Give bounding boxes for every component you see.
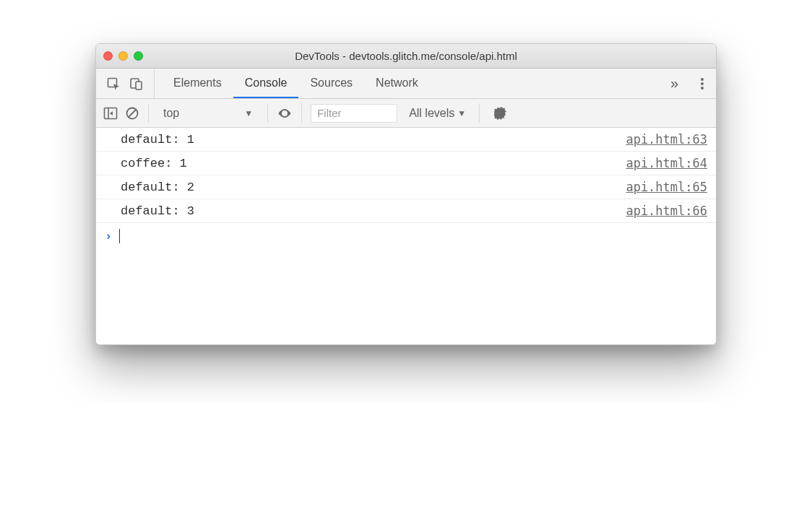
log-levels-selector[interactable]: All levels ▼ bbox=[405, 107, 470, 120]
traffic-lights bbox=[103, 51, 143, 61]
tab-network[interactable]: Network bbox=[364, 69, 430, 98]
close-icon[interactable] bbox=[103, 51, 113, 61]
console-message: default: 1 bbox=[121, 133, 626, 147]
window-title: DevTools - devtools.glitch.me/console/ap… bbox=[96, 50, 716, 62]
tab-label: Sources bbox=[310, 77, 353, 90]
inspect-element-icon[interactable] bbox=[106, 77, 121, 91]
levels-label: All levels bbox=[409, 107, 454, 120]
console-source-link[interactable]: api.html:63 bbox=[626, 132, 707, 147]
panel-tabs: Elements Console Sources Network » bbox=[96, 69, 716, 99]
svg-point-8 bbox=[283, 112, 286, 115]
text-caret bbox=[119, 229, 120, 243]
console-row: default: 2 api.html:65 bbox=[96, 175, 716, 199]
dropdown-icon: ▼ bbox=[457, 108, 466, 118]
svg-rect-2 bbox=[136, 82, 142, 90]
console-prompt[interactable]: › bbox=[96, 223, 716, 249]
console-row: default: 1 api.html:63 bbox=[96, 128, 716, 152]
svg-point-3 bbox=[701, 78, 704, 81]
settings-menu-button[interactable] bbox=[688, 69, 716, 98]
panel-left-icons bbox=[96, 69, 155, 98]
tab-label: Elements bbox=[173, 77, 222, 90]
tab-elements[interactable]: Elements bbox=[162, 69, 233, 98]
toolbar-separator bbox=[479, 103, 480, 123]
prompt-chevron-icon: › bbox=[105, 230, 112, 243]
console-message: default: 3 bbox=[121, 204, 626, 218]
tab-sources[interactable]: Sources bbox=[298, 69, 364, 98]
tab-label: Network bbox=[376, 77, 418, 90]
tab-strip: Elements Console Sources Network bbox=[155, 69, 660, 98]
console-source-link[interactable]: api.html:66 bbox=[626, 204, 707, 218]
console-row: default: 3 api.html:66 bbox=[96, 199, 716, 223]
dropdown-icon: ▼ bbox=[244, 108, 253, 118]
live-expression-icon[interactable] bbox=[277, 108, 293, 119]
tab-console[interactable]: Console bbox=[233, 69, 299, 98]
device-toggle-icon[interactable] bbox=[129, 77, 144, 91]
console-message: coffee: 1 bbox=[121, 157, 626, 170]
svg-point-4 bbox=[701, 82, 704, 85]
tabs-overflow-button[interactable]: » bbox=[660, 69, 688, 98]
console-toolbar: top ▼ All levels ▼ bbox=[96, 99, 716, 128]
console-source-link[interactable]: api.html:65 bbox=[626, 180, 707, 194]
devtools-window: DevTools - devtools.glitch.me/console/ap… bbox=[95, 43, 717, 345]
console-source-link[interactable]: api.html:64 bbox=[626, 156, 707, 170]
zoom-icon[interactable] bbox=[134, 51, 143, 61]
tab-label: Console bbox=[245, 77, 288, 90]
toolbar-separator bbox=[148, 103, 149, 123]
overflow-glyph: » bbox=[670, 75, 678, 92]
console-row: coffee: 1 api.html:64 bbox=[96, 152, 716, 175]
toggle-console-sidebar-icon[interactable] bbox=[103, 107, 118, 120]
titlebar: DevTools - devtools.glitch.me/console/ap… bbox=[96, 44, 716, 69]
toolbar-separator bbox=[267, 103, 268, 123]
minimize-icon[interactable] bbox=[118, 51, 128, 61]
context-label: top bbox=[163, 107, 179, 120]
svg-point-5 bbox=[701, 87, 704, 90]
filter-input[interactable] bbox=[311, 104, 397, 123]
console-body: default: 1 api.html:63 coffee: 1 api.htm… bbox=[96, 128, 716, 344]
kebab-icon bbox=[700, 77, 704, 91]
console-message: default: 2 bbox=[121, 180, 626, 194]
toolbar-separator bbox=[301, 103, 302, 123]
console-settings-icon[interactable] bbox=[494, 106, 509, 121]
execution-context-selector[interactable]: top ▼ bbox=[157, 105, 259, 121]
clear-console-icon[interactable] bbox=[125, 106, 139, 121]
